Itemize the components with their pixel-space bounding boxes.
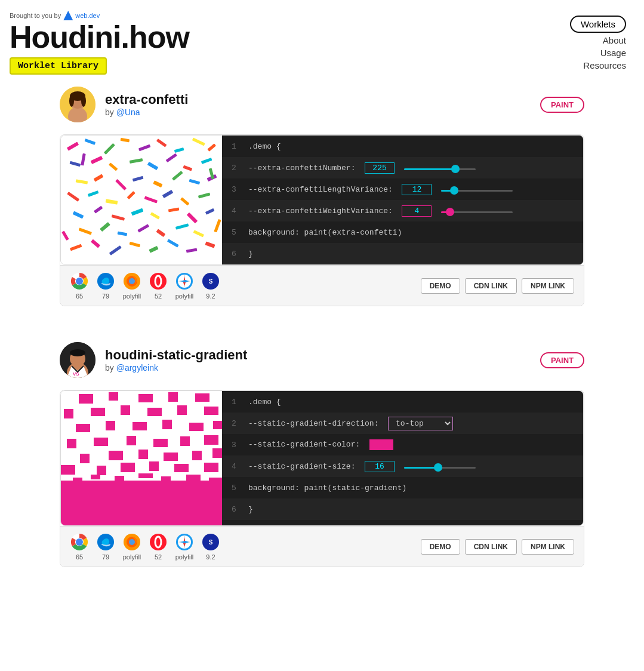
opera-icon <box>149 272 168 291</box>
npm-link-button[interactable]: NPM LINK <box>522 278 574 294</box>
code-panel-2: 1 .demo { 2 --static-gradient-direction:… <box>222 391 583 525</box>
line-num-2: 2 <box>232 164 241 173</box>
svg-rect-10 <box>121 138 130 143</box>
brought-by: Brought to you by web.dev <box>10 11 189 20</box>
opera-icon-2 <box>149 533 168 552</box>
svg-rect-27 <box>133 176 144 181</box>
npm-link-button-2[interactable]: NPM LINK <box>522 539 574 555</box>
svg-rect-127 <box>204 407 218 415</box>
nav-resources-link[interactable]: Resources <box>583 60 626 70</box>
header-left: Brought to you by web.dev Houdini.how Wo… <box>10 11 189 75</box>
svg-rect-39 <box>198 192 211 198</box>
svg-rect-95 <box>161 476 171 481</box>
nav-usage-link[interactable]: Usage <box>600 48 626 58</box>
svg-rect-49 <box>100 222 110 232</box>
nav-worklets-button[interactable]: Worklets <box>570 16 626 33</box>
svg-rect-100 <box>149 461 159 471</box>
gradient-direction-select[interactable]: to-top to-bottom to-left to-right <box>388 417 453 430</box>
gradient-size-input[interactable] <box>365 461 395 472</box>
svg-rect-90 <box>61 481 222 493</box>
browser-item-edge: 79 <box>96 272 115 300</box>
svg-rect-114 <box>180 436 190 446</box>
confetti-svg <box>61 136 222 261</box>
svg-rect-22 <box>183 165 192 171</box>
line-content-2-5: background: paint(static-gradient) <box>248 484 406 493</box>
card-header-left: extra-confetti by @Una <box>60 87 188 122</box>
confetti-number-input[interactable] <box>365 162 395 174</box>
svg-rect-35 <box>127 191 135 199</box>
line-num-2-4: 4 <box>232 462 241 471</box>
safari-icon-2 <box>175 533 194 552</box>
page-header: Brought to you by web.dev Houdini.how Wo… <box>0 0 644 75</box>
svg-rect-118 <box>133 422 147 430</box>
card-title-section: extra-confetti by @Una <box>105 92 188 117</box>
svg-rect-128 <box>79 394 93 404</box>
demo-button-2[interactable]: DEMO <box>421 539 460 555</box>
line-content-3: --extra-confettiLengthVariance: <box>248 184 513 195</box>
svg-rect-44 <box>150 212 160 219</box>
demo-button[interactable]: DEMO <box>421 278 460 294</box>
card-header-2: VS houdini-static-gradient by @argyleink… <box>60 342 584 378</box>
code-line-3: 3 --extra-confettiLengthVariance: <box>222 178 583 200</box>
svg-rect-51 <box>137 224 149 232</box>
line-content-4: --extra-confettiWeightVariance: <box>248 205 513 217</box>
svg-point-86 <box>70 349 85 356</box>
svg-rect-52 <box>156 229 166 238</box>
svg-rect-120 <box>189 423 204 431</box>
code-line-2-3: 3 --static-gradient-color: <box>222 434 583 455</box>
browser-item-firefox-2: polyfill <box>122 533 141 561</box>
svg-rect-119 <box>162 420 172 429</box>
edge-version: 79 <box>102 293 109 300</box>
svg-rect-41 <box>94 206 103 214</box>
cdn-link-button-2[interactable]: CDN LINK <box>465 539 517 555</box>
gradient-svg <box>61 391 222 525</box>
svg-rect-45 <box>168 207 180 212</box>
svg-rect-121 <box>213 421 222 429</box>
svg-point-72 <box>129 278 135 284</box>
line-content-1: .demo { <box>248 142 281 151</box>
svg-rect-125 <box>147 408 162 416</box>
edge-icon <box>96 272 115 291</box>
webdev-text: web.dev <box>75 12 100 19</box>
avatar-image-2: VS <box>60 342 95 378</box>
cdn-link-button[interactable]: CDN LINK <box>465 278 517 294</box>
author-link-2[interactable]: @argyleink <box>116 363 158 373</box>
svg-text:VS: VS <box>73 371 79 377</box>
svg-rect-131 <box>168 392 178 402</box>
svg-point-138 <box>129 539 135 545</box>
svg-rect-129 <box>109 392 118 401</box>
svg-rect-9 <box>104 143 115 155</box>
line-content-2-4: --static-gradient-size: <box>248 461 476 472</box>
main-nav: Worklets About Usage Resources <box>570 11 626 70</box>
confetti-length-input[interactable] <box>402 184 432 195</box>
svg-rect-116 <box>76 424 90 432</box>
demo-box-2: 1 .demo { 2 --static-gradient-direction:… <box>60 390 584 526</box>
svg-rect-96 <box>186 475 201 481</box>
svg-rect-55 <box>70 244 82 251</box>
author-link[interactable]: @Una <box>116 107 140 117</box>
svg-rect-48 <box>79 227 92 235</box>
nav-about-link[interactable]: About <box>603 35 626 45</box>
paint-badge-2: PAINT <box>540 352 584 368</box>
svg-rect-12 <box>156 138 167 147</box>
svg-rect-58 <box>130 242 141 247</box>
svg-text:S: S <box>209 539 213 546</box>
confetti-weight-input[interactable] <box>402 205 432 217</box>
code-line-4: 4 --extra-confettiWeightVariance: <box>222 200 583 221</box>
svg-rect-14 <box>192 138 205 146</box>
svg-rect-61 <box>186 248 198 253</box>
svg-rect-91 <box>73 478 82 482</box>
worklet-library-badge: Worklet Library <box>10 57 107 75</box>
svg-rect-17 <box>91 156 103 164</box>
svg-rect-106 <box>138 450 148 459</box>
firefox-icon <box>122 272 141 291</box>
svg-rect-18 <box>109 162 118 171</box>
browser-item-opera-2: 52 <box>149 533 168 561</box>
line-content-2-2: --static-gradient-direction: to-top to-b… <box>248 417 453 430</box>
svg-rect-101 <box>174 464 189 472</box>
svg-rect-62 <box>205 241 215 248</box>
svg-rect-107 <box>164 453 178 461</box>
worklet-author: by @Una <box>105 107 188 117</box>
gradient-color-swatch[interactable] <box>369 439 393 450</box>
svg-rect-94 <box>138 473 153 478</box>
